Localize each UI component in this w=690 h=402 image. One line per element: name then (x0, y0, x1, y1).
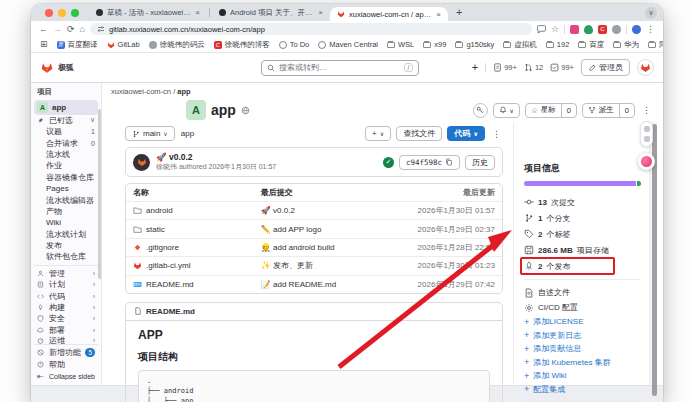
bookmark-site[interactable]: 徐晓伟的码云 (149, 40, 205, 50)
extension-ghost-icon[interactable] (612, 25, 621, 34)
add-license-link[interactable]: +添加LICENSE (524, 315, 641, 329)
repo-path-root[interactable]: app (181, 129, 194, 138)
language-bar[interactable] (524, 181, 641, 186)
stat-releases[interactable]: 2个发布 (524, 258, 641, 274)
bookmark-blog[interactable]: C徐晓伟的博客 (214, 40, 270, 50)
bookmark-folder-x99[interactable]: x99 (423, 40, 446, 49)
cicd-config-link[interactable]: CI/CD 配置 (524, 300, 641, 315)
branch-selector[interactable]: main ∨ (125, 126, 175, 141)
bookmark-maven[interactable]: Maven Central (318, 40, 378, 49)
side-panel-grid-icon[interactable]: ⊞ (40, 40, 48, 49)
fork-button[interactable]: 派生 0 (582, 103, 635, 118)
floating-extension-badge[interactable] (638, 153, 655, 170)
bookmark-folder-aliyun[interactable]: 阿里云 (648, 40, 663, 50)
col-commit[interactable]: 最后提交 (254, 184, 406, 201)
sidebar-item-merge-requests[interactable]: 合并请求0 (34, 138, 98, 149)
tab1-close-icon[interactable]: × (195, 8, 200, 17)
sidebar-item-pipeline-editor[interactable]: 流水线编辑器 (34, 194, 98, 205)
file-row-android[interactable]: android 🚀 v0.0.2 2026年1月30日 01:57 (126, 201, 502, 219)
file-row-static[interactable]: static ✏️ add APP logo 2026年1月29日 02:37 (126, 219, 502, 237)
sidebar-item-wiki[interactable]: Wiki (34, 217, 98, 228)
readme-header[interactable]: README.md (126, 303, 502, 321)
close-window-button[interactable] (45, 9, 53, 17)
floating-extension-pill[interactable] (640, 121, 653, 147)
user-avatar[interactable] (637, 59, 654, 76)
sidebar-item-pipelines[interactable]: 流水线 (34, 149, 98, 160)
tab2-close-icon[interactable]: × (318, 8, 323, 17)
browser-menu-icon[interactable]: ⋮ (646, 25, 655, 34)
browser-profile-avatar[interactable] (632, 25, 641, 34)
extension-pink-icon[interactable] (570, 25, 579, 34)
commit-sha-pill[interactable]: c94f598c (399, 155, 460, 170)
project-more-options-icon[interactable]: ⋮ (640, 105, 653, 115)
stat-commits[interactable]: 13次提交 (524, 194, 641, 210)
extension-shield-icon[interactable] (584, 25, 593, 34)
add-to-repo-button[interactable]: +∨ (365, 126, 391, 141)
back-button[interactable]: ← (39, 25, 48, 34)
browser-tab-2[interactable]: Android 项目 关于、开源协议 × (212, 5, 330, 20)
tab3-close-icon[interactable]: × (436, 10, 441, 19)
code-button[interactable]: 代码∨ (447, 126, 485, 141)
add-changelog-link[interactable]: +添加更新日志 (524, 329, 641, 343)
sidebar-item-package-registry[interactable]: 软件包仓库 (34, 251, 98, 262)
sidebar-scrollbar[interactable] (98, 109, 101, 279)
sidebar-section-plan[interactable]: 计划› (34, 279, 98, 290)
configure-integrations-link[interactable]: +配置集成 (524, 383, 641, 397)
add-wiki-link[interactable]: +添加 Wiki (524, 369, 641, 383)
star-button[interactable]: ☆星标 0 (525, 103, 577, 118)
collapse-sidebar-button[interactable]: ⇤ Collapse sidebar (34, 371, 98, 383)
bookmark-folder-192[interactable]: 192 (546, 40, 570, 49)
notifications-button[interactable]: ∨ (493, 103, 520, 118)
bookmark-folder-g150[interactable]: g150sky (455, 40, 494, 49)
browser-tab-1[interactable]: 草稿 - 活动 - xuxiaowei - 银川 × (89, 5, 207, 20)
todos-counter[interactable]: 99+ (550, 63, 574, 72)
merge-requests-counter[interactable]: 12 (524, 63, 543, 72)
browser-tab-active[interactable]: xuxiaowei-com-cn / app · G × (330, 7, 448, 21)
sidebar-item-releases[interactable]: 发布 (34, 240, 98, 251)
col-updated[interactable]: 最后更新 (406, 184, 502, 201)
bookmark-todo[interactable]: To Do (279, 40, 310, 49)
repo-more-options-icon[interactable]: ⋮ (490, 129, 503, 139)
commit-message[interactable]: 🚀 v0.0.2 (156, 152, 276, 163)
sidebar-item-issues[interactable]: 议题1 (34, 126, 98, 137)
admin-area-button[interactable]: 管理员 (581, 59, 630, 76)
sidebar-section-secure[interactable]: 安全› (34, 313, 98, 324)
breadcrumb-project[interactable]: app (177, 87, 190, 96)
sidebar-item-container-registry[interactable]: 容器镜像仓库 (34, 172, 98, 183)
sidebar-project-item[interactable]: A app (34, 100, 98, 115)
bookmark-folder-wsl[interactable]: WSL (387, 40, 414, 49)
zoom-window-button[interactable] (71, 9, 79, 17)
stat-storage[interactable]: 286.6 MB项目存储 (524, 242, 641, 258)
sidebar-section-manage[interactable]: 管理› (34, 268, 98, 279)
readme-link[interactable]: 自述文件 (524, 285, 641, 300)
help-item[interactable]: 帮助 (34, 359, 98, 371)
site-settings-tune-icon[interactable] (97, 25, 105, 33)
stat-branches[interactable]: 1个分支 (524, 210, 641, 226)
sidebar-item-pages[interactable]: Pages (34, 183, 98, 194)
tab-search-chevron-icon[interactable]: ∨ (645, 7, 657, 19)
sidebar-pinned-header[interactable]: 已钉选 ∨ (34, 115, 98, 126)
global-search-input[interactable]: 搜索或转到… / (261, 60, 419, 76)
sidebar-item-jobs[interactable]: 作业 (34, 160, 98, 171)
pipeline-passed-icon[interactable]: ✓ (383, 157, 394, 168)
sidebar-section-operate[interactable]: 运维› (34, 336, 98, 344)
file-row-gitignore[interactable]: .gitignore 👷 add android build 2026年1月28… (126, 238, 502, 256)
file-row-readme[interactable]: README.md 📝 add README.md 2026年1月29日 07:… (126, 275, 502, 293)
stat-tags[interactable]: 2个标签 (524, 226, 641, 242)
breadcrumb-group[interactable]: xuxiaowei-com-cn (111, 87, 171, 96)
add-contributing-link[interactable]: +添加贡献信息 (524, 342, 641, 356)
copy-icon[interactable] (445, 158, 453, 166)
bookmark-star-icon[interactable]: ☆ (551, 25, 559, 34)
sidebar-section-build[interactable]: 构建› (34, 302, 98, 313)
whats-new-item[interactable]: 新增功能 5 (34, 346, 98, 358)
reload-button[interactable]: ⟳ (67, 25, 75, 34)
add-kubernetes-link[interactable]: +添加 Kubernetes 集群 (524, 356, 641, 370)
cast-icon[interactable] (537, 25, 546, 33)
bookmark-folder-huawei[interactable]: 华为 (613, 40, 639, 50)
sidebar-item-pipeline-schedules[interactable]: 流水线计划 (34, 229, 98, 240)
sidebar-section-deploy[interactable]: 部署› (34, 325, 98, 336)
file-row-gitlab-ci[interactable]: .gitlab-ci.yml ✨ 发布、更新 2026年1月30日 01:23 (126, 256, 502, 274)
bookmark-folder-baidu[interactable]: 百度 (578, 40, 604, 50)
bookmark-baidu-translate[interactable]: 百百度翻译 (57, 40, 98, 50)
new-tab-button[interactable]: + (456, 7, 462, 18)
